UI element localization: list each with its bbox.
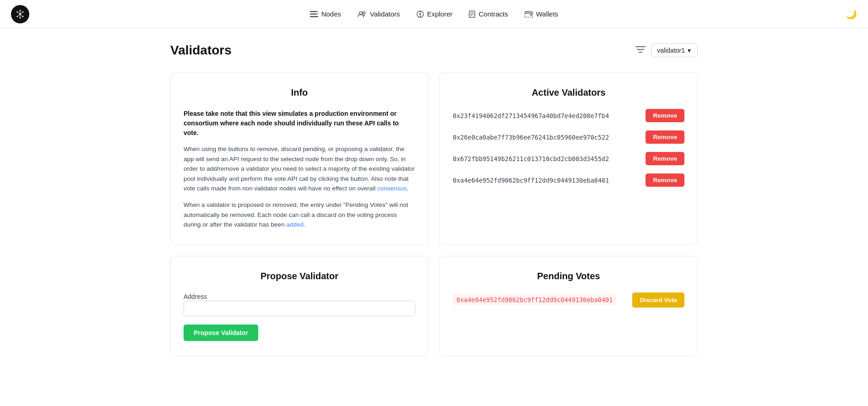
validator-address-3: 0x672fbb95149b26211c013710cbd2cb003d3455… [453,155,609,162]
app-logo[interactable] [11,5,29,23]
added-link[interactable]: added [286,221,304,228]
header-right: validator1 ▾ [635,43,698,57]
nav-validators-label: Validators [370,10,400,18]
svg-point-21 [419,13,421,15]
active-validators-card: Active Validators 0x23f4194062df27134549… [439,72,698,245]
consensus-link[interactable]: consensus [377,185,407,192]
active-validators-title: Active Validators [453,87,684,98]
nav-item-explorer[interactable]: Explorer [417,8,453,20]
nav-contracts-label: Contracts [478,10,508,18]
nodes-icon [310,11,318,17]
svg-rect-17 [316,13,318,15]
nav-item-validators[interactable]: Validators [358,8,400,20]
info-bold-text: Please take note that this view simulate… [184,109,415,138]
discard-vote-button[interactable]: Discard Vote [632,292,684,308]
page-content: Validators validator1 ▾ Info Please take… [159,28,709,378]
nav-nodes-label: Nodes [321,10,341,18]
contracts-icon [469,11,475,18]
svg-line-8 [20,12,23,14]
address-label: Address [184,293,207,300]
remove-validator-1-button[interactable]: Remove [646,109,684,122]
validator-row: 0xa4e64e952fd9062bc9ff12dd9c0449130eba04… [453,173,684,187]
svg-rect-15 [310,16,318,17]
info-card: Info Please take note that this view sim… [170,72,429,245]
dropdown-selected-value: validator1 [657,47,685,54]
svg-rect-16 [316,11,318,12]
pending-vote-address-1: 0xa4e64e952fd9062bc9ff12dd9c0449130eba04… [453,294,616,305]
validators-icon [358,11,367,17]
validator-address-1: 0x23f4194062df2713454967a40bd7e4ed208e7f… [453,112,609,119]
validator-row: 0x672fbb95149b26211c013710cbd2cb003d3455… [453,152,684,165]
validator-row: 0x23f4194062df2713454967a40bd7e4ed208e7f… [453,109,684,122]
validator-dropdown[interactable]: validator1 ▾ [651,43,698,57]
dark-mode-toggle[interactable]: 🌙 [846,9,857,20]
pending-vote-row: 0xa4e64e952fd9062bc9ff12dd9c0449130eba04… [453,292,684,308]
svg-rect-29 [530,14,532,16]
wallets-icon [525,11,533,17]
nav-menu: Nodes Validators [310,8,559,20]
remove-validator-3-button[interactable]: Remove [646,152,684,165]
svg-point-19 [363,11,365,14]
pending-votes-title: Pending Votes [453,271,684,281]
propose-validator-card: Propose Validator Address Propose Valida… [170,256,429,356]
svg-line-10 [20,14,23,16]
info-paragraph-2: When a validator is proposed or removed,… [184,200,415,230]
info-paragraph-1: When using the buttons to remove, discar… [184,144,415,194]
validator-address-4: 0xa4e64e952fd9062bc9ff12dd9c0449130eba04… [453,177,609,184]
info-card-title: Info [184,87,415,98]
svg-line-7 [17,12,20,14]
validator-row: 0x26e0ca0abe7f73b96ee76241bc05960ee970c5… [453,130,684,144]
propose-validator-title: Propose Validator [184,271,415,281]
validator-address-2: 0x26e0ca0abe7f73b96ee76241bc05960ee970c5… [453,134,609,141]
explorer-icon [417,11,424,18]
nav-explorer-label: Explorer [427,10,453,18]
propose-validator-button[interactable]: Propose Validator [184,325,258,341]
pending-votes-card: Pending Votes 0xa4e64e952fd9062bc9ff12dd… [439,256,698,356]
page-header: Validators validator1 ▾ [170,43,698,58]
remove-validator-4-button[interactable]: Remove [646,173,684,187]
filter-icon[interactable] [635,45,646,56]
svg-line-9 [17,14,20,16]
cards-grid: Info Please take note that this view sim… [170,72,698,356]
navbar: Nodes Validators [0,0,868,28]
dropdown-chevron-icon: ▾ [688,47,691,54]
remove-validator-2-button[interactable]: Remove [646,130,684,144]
nav-item-wallets[interactable]: Wallets [525,8,559,20]
nav-item-nodes[interactable]: Nodes [310,8,341,20]
nav-wallets-label: Wallets [536,10,559,18]
address-input[interactable] [184,301,415,316]
nav-item-contracts[interactable]: Contracts [469,8,508,20]
page-title: Validators [170,43,232,58]
